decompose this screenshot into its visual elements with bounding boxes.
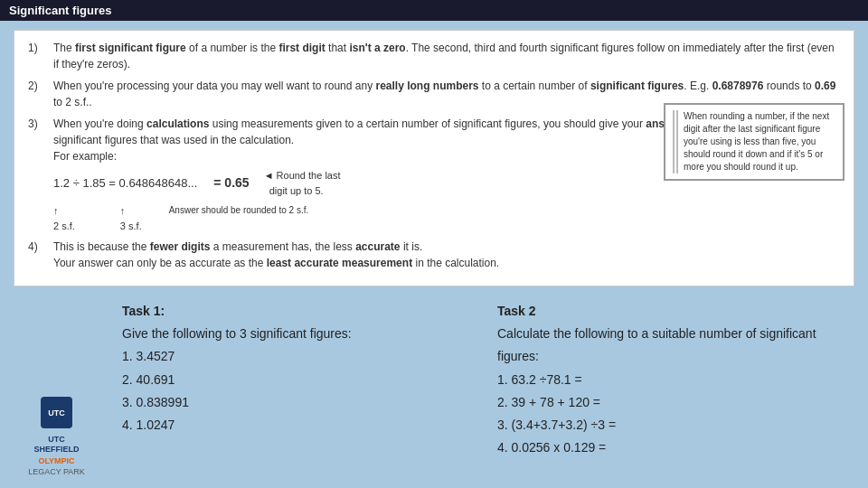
title-bar: Significant figures (0, 0, 868, 21)
item-text-1: The first significant figure of a number… (53, 40, 840, 72)
task1-subtitle: Give the following to 3 significant figu… (122, 323, 470, 345)
answer-note: Answer should be rounded to 2 s.f. (169, 203, 309, 233)
svg-text:UTC: UTC (48, 408, 65, 418)
task2-item-4: 4. 0.0256 x 0.129 = (497, 436, 845, 459)
logo-utc-text: UTCSHEFFIELD (33, 435, 79, 455)
info-box: 1) The first significant figure of a num… (14, 30, 854, 286)
task1-item-1: 1. 3.4527 (122, 345, 470, 368)
tip-box: When rounding a number, if the next digi… (664, 103, 844, 181)
task2-item-1: 1. 63.2 ÷78.1 = (497, 369, 845, 391)
info-item-1: 1) The first significant figure of a num… (28, 40, 840, 72)
logo-olympic-text: OLYMPIC (38, 456, 74, 465)
info-item-4: 4) This is because the fewer digits a me… (28, 239, 840, 271)
task2-block: Task 2 Calculate the following to a suit… (497, 300, 845, 472)
item-num-3: 3) (28, 116, 46, 233)
sf-label-1: ↑2 s.f. (53, 203, 75, 233)
logo-area: UTC UTCSHEFFIELD OLYMPIC LEGACY PARK (14, 392, 99, 476)
item-num-2: 2) (28, 78, 46, 110)
item-text-4: This is because the fewer digits a measu… (53, 239, 499, 271)
task1-block: Task 1: Give the following to 3 signific… (122, 300, 470, 472)
task1-item-3: 3. 0.838991 (122, 391, 470, 414)
page-title: Significant figures (9, 4, 111, 17)
task2-item-2: 2. 39 + 78 + 120 = (497, 391, 845, 414)
calc-result: = 0.65 (213, 174, 249, 192)
utc-logo-icon: UTC (36, 392, 77, 433)
logo-legacy-text: LEGACY PARK (28, 467, 85, 476)
calc-expression: 1.2 ÷ 1.85 = 0.648648648... (53, 174, 197, 192)
task1-item-4: 4. 1.0247 (122, 414, 470, 436)
task2-subtitle: Calculate the following to a suitable nu… (497, 323, 845, 368)
round-arrow: ◄ Round the last digit up to 5. (264, 168, 341, 198)
task2-title: Task 2 (497, 300, 845, 323)
item-num-4: 4) (28, 239, 46, 271)
task1-title: Task 1: (122, 300, 470, 323)
task1-item-2: 2. 40.691 (122, 369, 470, 391)
task2-item-3: 3. (3.4+3.7+3.2) ÷3 = (497, 414, 845, 436)
item-num-1: 1) (28, 40, 46, 72)
tip-text: When rounding a number, if the next digi… (673, 110, 835, 174)
sf-label-2: ↑3 s.f. (120, 203, 142, 233)
